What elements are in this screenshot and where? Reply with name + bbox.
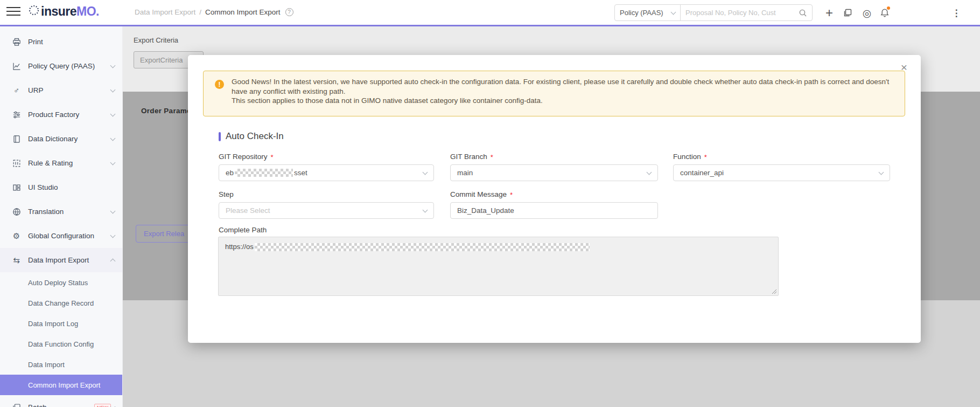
sidebar-item-label: URP (28, 86, 111, 94)
sidebar-subitem-auto-deploy-status[interactable]: Auto Deploy Status (0, 272, 122, 293)
book-icon (12, 134, 21, 143)
function-select[interactable]: container_api (673, 164, 890, 181)
required-marker: * (704, 153, 707, 161)
commit-message-label: Commit Message* (450, 190, 513, 199)
sidebar-item-batch[interactable]: Batch NEW (0, 395, 122, 407)
breadcrumb-separator: / (199, 8, 201, 16)
git-repository-value-suffix: sset (294, 169, 307, 177)
complete-path-textarea[interactable]: https://os (218, 237, 779, 296)
auto-check-in-modal: × ! Good News! In the latest version, we… (188, 55, 921, 343)
gear-icon: ⚙ (12, 231, 21, 240)
sidebar-item-product-factory[interactable]: Product Factory (0, 102, 122, 127)
commit-message-input[interactable] (450, 202, 658, 219)
chevron-up-icon (110, 259, 116, 264)
logo-text-dot: . (96, 4, 99, 18)
breadcrumb-parent[interactable]: Data Import Export (135, 8, 195, 16)
batch-icon (12, 403, 21, 407)
sidebar-subitem-data-import[interactable]: Data Import (0, 354, 122, 375)
help-icon[interactable]: ? (285, 8, 293, 16)
sidebar-item-label: Batch (28, 403, 90, 407)
git-repository-select[interactable]: eb sset (219, 164, 434, 181)
chevron-down-icon (110, 232, 116, 238)
chevron-down-icon (110, 135, 116, 141)
search-category-select[interactable]: Policy (PAAS) (615, 5, 681, 20)
chevron-down-icon (110, 87, 116, 92)
sidebar-item-label: Translation (28, 208, 111, 216)
ruler-icon (12, 158, 21, 168)
sidebar-subitem-data-function-config[interactable]: Data Function Config (0, 334, 122, 354)
git-repository-value-prefix: eb (226, 169, 234, 177)
layout-icon (12, 183, 21, 192)
sidebar-item-global-configuration[interactable]: ⚙ Global Configuration (0, 224, 122, 248)
sidebar-subitem-data-change-record[interactable]: Data Change Record (0, 293, 122, 313)
chevron-down-icon (110, 160, 116, 165)
chevron-down-icon (423, 207, 428, 212)
alert-text-line2: This section applies to those data not i… (232, 96, 892, 106)
sidebar-item-data-import-export[interactable]: ⇆ Data Import Export (0, 248, 122, 272)
git-branch-select[interactable]: main (450, 164, 658, 181)
sidebar-subitem-label: Data Change Record (28, 299, 94, 307)
sidebar-item-label: Product Factory (28, 111, 111, 119)
search-box (681, 5, 812, 20)
sidebar-subitem-data-import-log[interactable]: Data Import Log (0, 313, 122, 334)
function-label: Function* (673, 153, 707, 161)
sidebar-item-data-dictionary[interactable]: Data Dictionary (0, 127, 122, 151)
new-badge: NEW (94, 404, 111, 407)
top-header: insureMO. Data Import Export / Common Im… (0, 0, 980, 26)
chart-icon (12, 61, 21, 71)
redacted-checkerboard (255, 243, 590, 251)
breadcrumb: Data Import Export / Common Import Expor… (135, 8, 293, 16)
copy-icon[interactable] (841, 6, 855, 20)
search-input[interactable] (685, 9, 799, 17)
sidebar-item-rule-rating[interactable]: Rule & Rating (0, 151, 122, 175)
target-icon[interactable]: ◎ (860, 6, 874, 20)
sliders-icon (12, 110, 21, 119)
print-icon (12, 37, 21, 46)
redacted-checkerboard (235, 169, 293, 177)
sidebar-subitem-common-import-export[interactable]: Common Import Export (0, 375, 122, 395)
section-title-text: Auto Check-In (226, 131, 284, 142)
sidebar-item-ui-studio[interactable]: UI Studio (0, 175, 122, 199)
more-options-icon[interactable]: ⋮ (949, 6, 963, 20)
sidebar-subitem-label: Data Function Config (28, 340, 94, 348)
section-title: Auto Check-In (219, 131, 284, 142)
sidebar-subitem-label: Auto Deploy Status (28, 279, 88, 287)
app-root: insureMO. Data Import Export / Common Im… (0, 0, 980, 407)
hamburger-menu-icon[interactable] (6, 7, 20, 18)
sidebar-item-print[interactable]: Print (0, 30, 122, 54)
sidebar-item-label: Rule & Rating (28, 159, 111, 167)
step-placeholder: Please Select (226, 206, 270, 215)
search-icon[interactable] (799, 9, 807, 17)
chevron-down-icon (110, 63, 116, 68)
chevron-down-icon (110, 208, 116, 213)
chevron-down-icon (879, 169, 884, 175)
sidebar-item-label: UI Studio (28, 183, 115, 191)
sidebar-nav: Print Policy Query (PAAS) ♂ URP Product … (0, 26, 123, 407)
add-icon[interactable]: + (822, 6, 836, 20)
export-criteria-label: Export Criteria (134, 36, 178, 44)
sidebar-item-policy-query[interactable]: Policy Query (PAAS) (0, 54, 122, 78)
sidebar-item-urp[interactable]: ♂ URP (0, 78, 122, 102)
logo-text-mo: MO (76, 4, 96, 18)
male-symbol-icon: ♂ (12, 86, 21, 95)
chevron-down-icon (647, 169, 652, 175)
required-marker: * (510, 191, 513, 199)
resize-handle[interactable] (771, 288, 777, 294)
complete-path-value-prefix: https://os (225, 243, 254, 251)
sidebar-item-label: Data Dictionary (28, 135, 111, 143)
git-branch-label: GIT Branch* (450, 153, 493, 161)
info-alert: ! Good News! In the latest version, we h… (203, 71, 905, 116)
warning-icon: ! (215, 80, 224, 89)
transfer-arrows-icon: ⇆ (12, 256, 21, 265)
step-select[interactable]: Please Select (219, 202, 434, 219)
order-parameters-header: Order Parame (141, 107, 191, 115)
sidebar-item-translation[interactable]: Translation (0, 199, 122, 224)
chevron-down-icon (110, 111, 116, 116)
git-repository-label: GIT Repository* (219, 153, 274, 161)
chevron-down-icon (423, 169, 428, 175)
required-marker: * (271, 153, 274, 161)
notification-bell-icon[interactable] (878, 6, 892, 20)
sidebar-subitem-label: Common Import Export (28, 381, 100, 389)
sidebar-subitem-label: Data Import (28, 361, 65, 369)
globe-icon (12, 207, 21, 216)
